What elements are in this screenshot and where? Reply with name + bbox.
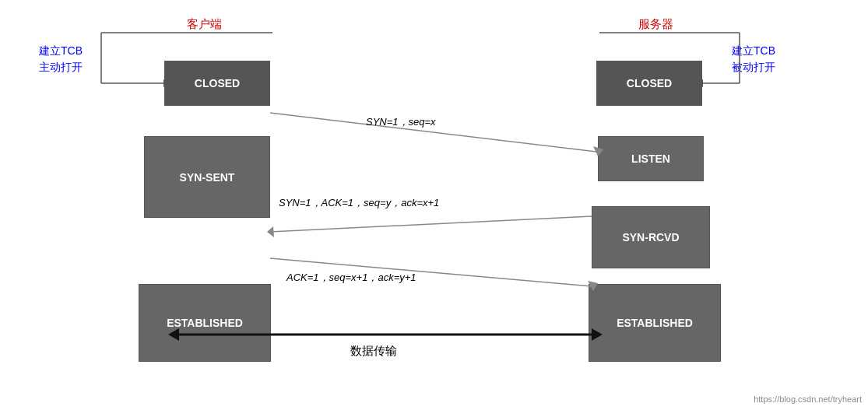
client-label: 客户端: [187, 17, 222, 32]
server-syn-rcvd-box: SYN-RCVD: [592, 206, 710, 268]
server-listen-box: LISTEN: [598, 136, 704, 181]
server-established-box: ESTABLISHED: [589, 284, 721, 362]
arrow2-label: SYN=1，ACK=1，seq=y，ack=x+1: [279, 196, 439, 210]
client-established-box: ESTABLISHED: [139, 284, 271, 362]
client-closed-box: CLOSED: [164, 61, 270, 106]
arrow1-label: SYN=1，seq=x: [366, 115, 436, 129]
watermark: https://blog.csdn.net/tryheart: [754, 394, 862, 404]
client-note: 建立TCB 主动打开: [39, 43, 83, 75]
server-note: 建立TCB 被动打开: [732, 43, 775, 75]
svg-line-10: [270, 216, 592, 232]
arrow3-label: ACK=1，seq=x+1，ack=y+1: [286, 271, 416, 285]
server-closed-box: CLOSED: [596, 61, 702, 106]
diagram-container: 建立TCB 主动打开 客户端 服务器 建立TCB 被动打开 CLOSED SYN…: [0, 0, 868, 410]
svg-marker-11: [267, 226, 274, 237]
server-label: 服务器: [638, 17, 673, 32]
data-transfer-label: 数据传输: [350, 344, 397, 359]
client-syn-sent-box: SYN-SENT: [144, 136, 270, 218]
